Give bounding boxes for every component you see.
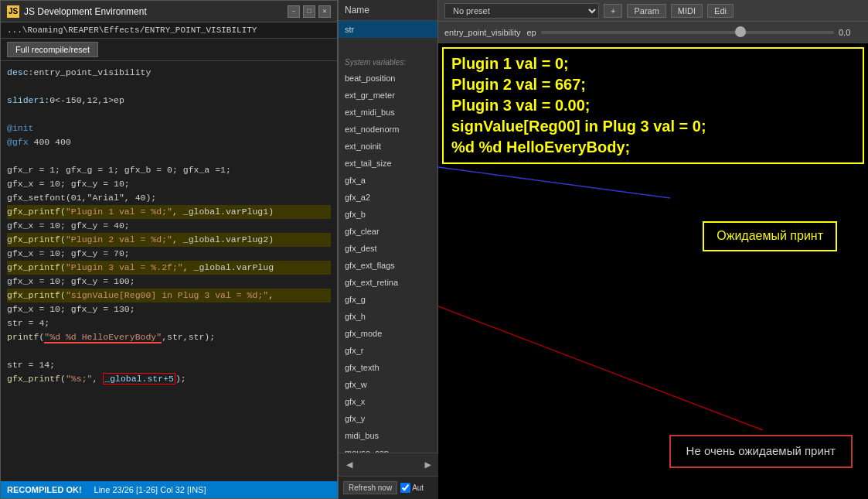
code-line: gfx_x = 10; gfx_y = 70; [7,247,331,261]
right-top-bar: No preset + Param MIDI Edi [438,0,868,22]
output-line-1: Plugin 1 val = 0; [451,53,855,74]
code-line-highlighted: gfx_printf("Plugin 3 val = %.2f;", _glob… [7,261,331,275]
slider-value: 0.0 [839,28,862,37]
output-text-box: Plugin 1 val = 0; Plugin 2 val = 667; Pl… [442,47,864,164]
var-item-empty [339,38,437,55]
code-line: gfx_x = 10; gfx_y = 100; [7,275,331,289]
var-item[interactable]: beat_position [339,70,437,87]
slider-short-label: ep [526,28,536,37]
nav-left-arrow[interactable]: ◀ [343,456,356,473]
var-item[interactable]: gfx_texth [339,359,437,376]
var-item-str[interactable]: str [339,21,437,38]
code-line: gfx_printf("%s;", _global.str+5); [7,372,331,386]
js-dev-titlebar: JS JS Development Environment – □ ✕ [1,1,337,22]
auto-checkbox-container: Aut [400,483,424,493]
code-line: @init [7,121,331,135]
code-line [7,108,331,121]
var-item[interactable]: ext_nodenorm [339,121,437,138]
code-line: gfx_x = 10; gfx_y = 10; [7,177,331,191]
code-line [7,149,331,163]
var-item[interactable]: ext_noinit [339,138,437,155]
output-line-4: signValue[Reg00] in Plug 3 val = 0; [451,116,855,137]
edit-button[interactable]: Edi [707,4,734,18]
unexpected-print-box: Не очень ожидаемый принт [669,435,853,468]
js-icon: JS [7,5,19,18]
expected-print-label: Ожидаемый принт [717,229,823,242]
status-info: Line 23/26 [1-26] Col 32 [INS] [94,485,206,494]
refresh-button[interactable]: Refresh now [343,481,397,494]
var-item[interactable]: gfx_dest [339,240,437,257]
var-item[interactable]: gfx_x [339,393,437,410]
code-line-highlighted: gfx_printf("Plugin 1 val = %d;", _global… [7,205,331,219]
var-item[interactable]: gfx_a2 [339,189,437,206]
code-line: desc:entry_point_visibility [7,66,331,80]
code-line: gfx_x = 10; gfx_y = 40; [7,219,331,233]
recompile-button[interactable]: Full recompile/reset [7,42,98,57]
unexpected-print-label: Не очень ожидаемый принт [686,444,836,457]
editor-toolbar: Full recompile/reset [1,39,337,61]
var-item[interactable]: ext_midi_bus [339,104,437,121]
var-item[interactable]: gfx_g [339,291,437,308]
param-button[interactable]: Param [627,4,665,18]
code-line [7,344,331,358]
output-line-3: Plugin 3 val = 0.00; [451,95,855,116]
output-area: Plugin 1 val = 0; Plugin 2 val = 667; Pl… [438,43,868,499]
code-line: gfx_setfont(01,"Arial", 40); [7,191,331,205]
code-line: gfx_r = 1; gfx_g = 1; gfx_b = 0; gfx_a =… [7,163,331,177]
svg-line-0 [438,167,670,198]
code-line-highlighted: gfx_printf("Plugin 2 val = %d;", _global… [7,233,331,247]
code-line [7,80,331,94]
var-item[interactable]: gfx_clear [339,223,437,240]
svg-line-1 [438,306,763,430]
slider-container: ep 0.0 [526,28,862,37]
var-list[interactable]: str System variables: beat_position ext_… [339,21,437,473]
nav-right-arrow[interactable]: ▶ [422,456,434,473]
var-item[interactable]: gfx_a [339,172,437,189]
window-controls: – □ ✕ [288,5,331,18]
js-dev-panel: JS JS Development Environment – □ ✕ ...\… [0,0,338,499]
slider-name: entry_point_visibility [444,28,520,37]
var-item[interactable]: gfx_y [339,410,437,427]
var-item[interactable]: gfx_b [339,206,437,223]
output-line-2: Plugin 2 val = 667; [451,74,855,95]
midi-button[interactable]: MIDI [671,4,703,18]
expected-print-box: Ожидаемый принт [703,221,837,251]
var-nav: ◀ ▶ [339,453,439,476]
preset-select[interactable]: No preset [444,3,599,19]
var-item[interactable]: gfx_w [339,376,437,393]
auto-checkbox[interactable] [400,483,410,493]
var-item[interactable]: midi_bus [339,427,437,444]
slider-track[interactable] [541,31,834,34]
maximize-button[interactable]: □ [303,5,315,18]
var-item[interactable]: ext_tail_size [339,155,437,172]
right-panel: No preset + Param MIDI Edi entry_point_v… [438,0,868,499]
output-line-5: %d %d HelloEveryBody; [451,137,855,158]
status-bar: RECOMPILED OK! Line 23/26 [1-26] Col 32 … [1,481,339,498]
var-item[interactable]: gfx_ext_retina [339,274,437,291]
code-line: @gfx 400 400 [7,135,331,149]
var-item[interactable]: gfx_r [339,342,437,359]
code-line: slider1:0<-150,12,1>ep [7,94,331,108]
code-line: str = 14; [7,358,331,372]
plus-button[interactable]: + [604,4,622,18]
param-bar: entry_point_visibility ep 0.0 [438,22,868,43]
file-path: ...\Roaming\REAPER\Effects/ENTRY_POINT_V… [1,22,337,39]
minimize-button[interactable]: – [288,5,300,18]
system-vars-label: System variables: [339,55,437,70]
code-line: str = 4; [7,316,331,330]
status-ok: RECOMPILED OK! [7,485,82,494]
var-item[interactable]: ext_gr_meter [339,87,437,104]
code-line: gfx_x = 10; gfx_y = 130; [7,302,331,316]
js-dev-title-text: JS Development Environment [24,6,147,17]
var-item[interactable]: gfx_ext_flags [339,257,437,274]
var-item[interactable]: gfx_mode [339,325,437,342]
var-panel-header: Name [339,0,437,21]
code-line-highlighted: gfx_printf("signValue[Reg00] in Plug 3 v… [7,289,331,302]
js-dev-title: JS JS Development Environment [7,5,147,18]
var-refresh-bar: Refresh now Aut [339,476,439,499]
slider-thumb[interactable] [735,26,746,37]
code-line: printf("%d %d HelloEveryBody",str,str); [7,330,331,344]
code-editor[interactable]: desc:entry_point_visibility slider1:0<-1… [1,61,337,472]
var-item[interactable]: gfx_h [339,308,437,325]
close-button[interactable]: ✕ [318,5,331,18]
